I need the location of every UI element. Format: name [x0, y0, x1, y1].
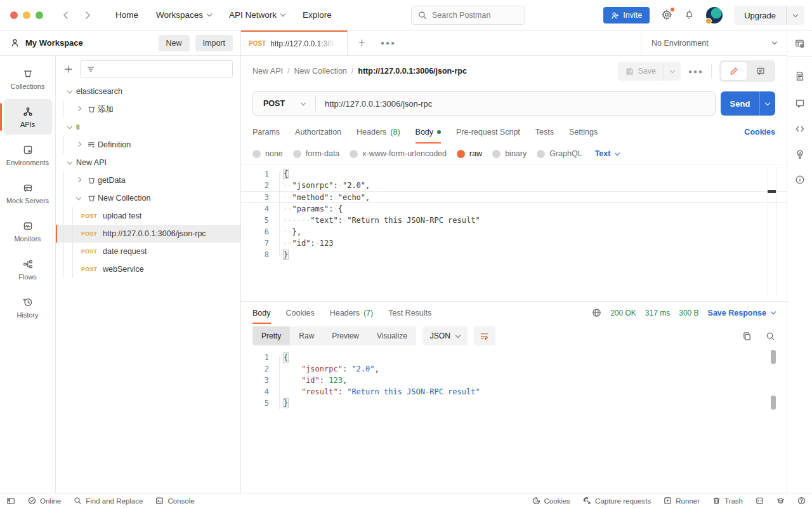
- chevron-right-icon[interactable]: [72, 109, 85, 110]
- view-tab-pretty[interactable]: Pretty: [252, 326, 290, 345]
- response-scrollbar-thumb[interactable]: [771, 350, 776, 364]
- tree-item[interactable]: New Collection: [56, 189, 240, 207]
- documentation-icon[interactable]: [787, 62, 812, 91]
- sidebar-item-mock-servers[interactable]: Mock Servers: [4, 175, 52, 211]
- back-icon[interactable]: [61, 10, 71, 20]
- response-tab-headers[interactable]: Headers (7): [330, 302, 374, 324]
- send-dropdown-button[interactable]: [760, 103, 775, 105]
- copy-icon[interactable]: [742, 331, 752, 341]
- tree-item[interactable]: New API: [56, 154, 240, 171]
- url-input[interactable]: [316, 99, 715, 109]
- split-pane-icon[interactable]: [756, 497, 764, 505]
- body-mode-raw[interactable]: raw: [457, 149, 482, 158]
- new-tab-plus-icon[interactable]: [348, 30, 376, 55]
- raw-language-select[interactable]: Text: [595, 149, 620, 158]
- request-more-icon[interactable]: ●●●: [688, 68, 704, 75]
- tab-options-more-icon[interactable]: ●●●: [376, 30, 401, 55]
- tab-params[interactable]: Params: [252, 121, 280, 144]
- view-tab-preview[interactable]: Preview: [323, 326, 368, 345]
- upgrade-button[interactable]: Upgrade: [734, 11, 786, 20]
- sidebar-item-history[interactable]: History: [4, 290, 52, 325]
- network-globe-icon[interactable]: [592, 308, 601, 318]
- sidebar-item-environments[interactable]: Environments: [4, 137, 52, 173]
- environment-selector[interactable]: No Environment: [641, 30, 787, 55]
- code-snippet-icon[interactable]: [787, 116, 812, 142]
- statusbar-console[interactable]: Console: [155, 497, 194, 505]
- sidebar-item-monitors[interactable]: Monitors: [4, 213, 52, 249]
- add-api-plus-icon[interactable]: [63, 64, 74, 74]
- response-size[interactable]: 300 B: [679, 309, 698, 318]
- tab-authorization[interactable]: Authorization: [295, 121, 341, 144]
- notifications-bell-icon[interactable]: [684, 9, 695, 22]
- invite-button[interactable]: Invite: [603, 7, 650, 23]
- tree-item[interactable]: 添加: [56, 100, 240, 118]
- save-button[interactable]: Save: [618, 67, 664, 76]
- body-mode-x-www-form-urlencoded[interactable]: x-www-form-urlencoded: [350, 149, 447, 158]
- wrap-lines-button[interactable]: [474, 326, 495, 345]
- search-response-icon[interactable]: [766, 331, 775, 341]
- zoom-button[interactable]: [36, 11, 43, 19]
- view-tab-visualize[interactable]: Visualize: [368, 326, 416, 345]
- statusbar-runner[interactable]: Runner: [664, 497, 700, 505]
- response-language-select[interactable]: JSON: [422, 326, 468, 345]
- tree-item[interactable]: ii: [56, 118, 240, 136]
- tab-headers[interactable]: Headers (8): [357, 121, 400, 144]
- settings-gear-icon[interactable]: [661, 9, 672, 22]
- minimize-button[interactable]: [23, 11, 30, 19]
- tree-item[interactable]: POSTdate request: [56, 243, 240, 260]
- response-tab-test-results[interactable]: Test Results: [388, 302, 431, 324]
- sidebar-item-apis[interactable]: APIs: [4, 99, 52, 135]
- tab-settings[interactable]: Settings: [569, 121, 598, 144]
- view-tab-raw[interactable]: Raw: [290, 326, 323, 345]
- body-mode-GraphQL[interactable]: GraphQL: [537, 149, 582, 158]
- tab-body[interactable]: Body: [416, 121, 442, 144]
- edit-mode-button[interactable]: [721, 62, 747, 80]
- tree-item[interactable]: POSTupload test: [56, 207, 240, 225]
- sidebar-item-collections[interactable]: Collections: [4, 61, 52, 97]
- forward-icon[interactable]: [82, 10, 93, 20]
- open-request-tab[interactable]: POST http://127.0.0.1:3006/json: [241, 30, 348, 55]
- chevron-right-icon[interactable]: [72, 180, 85, 182]
- cookies-link[interactable]: Cookies: [744, 128, 775, 137]
- chevron-down-icon[interactable]: [63, 91, 76, 93]
- breadcrumb-collection[interactable]: New Collection: [294, 67, 346, 76]
- comments-icon[interactable]: [787, 91, 812, 116]
- global-search-input[interactable]: Search Postman: [411, 6, 525, 25]
- help-icon[interactable]: [797, 497, 806, 505]
- comment-mode-button[interactable]: [748, 62, 773, 80]
- statusbar-trash[interactable]: Trash: [712, 497, 743, 505]
- body-mode-none[interactable]: none: [252, 149, 283, 158]
- lightbulb-icon[interactable]: [787, 142, 812, 167]
- import-button[interactable]: Import: [195, 35, 233, 51]
- environment-quick-look-icon[interactable]: [787, 30, 812, 56]
- close-button[interactable]: [10, 11, 18, 19]
- sidebar-toggle-icon[interactable]: [6, 497, 15, 505]
- request-body-editor[interactable]: 1 { 2 ··"jsonrpc":·"2.0", 3 ··"method":·…: [241, 164, 787, 301]
- filter-apis-input[interactable]: [100, 65, 226, 74]
- new-button[interactable]: New: [159, 35, 190, 51]
- chevron-down-icon[interactable]: [63, 126, 76, 128]
- statusbar-cookies[interactable]: Cookies: [532, 497, 571, 505]
- statusbar-online[interactable]: Online: [28, 497, 61, 505]
- body-mode-binary[interactable]: binary: [492, 149, 527, 158]
- response-tab-cookies[interactable]: Cookies: [286, 302, 315, 324]
- response-tab-body[interactable]: Body: [252, 302, 271, 324]
- tree-item[interactable]: getData: [56, 171, 240, 189]
- nav-home[interactable]: Home: [115, 10, 138, 20]
- response-scrollbar-thumb[interactable]: [771, 396, 776, 410]
- tab-pre-request-script[interactable]: Pre-request Script: [456, 121, 520, 144]
- chevron-down-icon[interactable]: [72, 197, 85, 199]
- chevron-down-icon[interactable]: [63, 162, 76, 164]
- editor-scrollbar[interactable]: [768, 167, 776, 296]
- training-icon[interactable]: [776, 497, 785, 505]
- status-code[interactable]: 200 OK: [610, 309, 636, 318]
- nav-workspaces[interactable]: Workspaces: [156, 10, 211, 20]
- statusbar-capture-requests[interactable]: Capture requests: [583, 497, 651, 505]
- save-response-button[interactable]: Save Response: [708, 309, 775, 318]
- statusbar-find-and-replace[interactable]: Find and Replace: [74, 497, 143, 505]
- breadcrumb-request-name[interactable]: http://127.0.0.1:3006/json-rpc: [358, 67, 467, 76]
- body-mode-form-data[interactable]: form-data: [293, 149, 340, 158]
- tree-item[interactable]: POSThttp://127.0.0.1:3006/json-rpc: [56, 225, 240, 243]
- tree-item[interactable]: Definition: [56, 136, 240, 154]
- tree-item[interactable]: elasticsearch: [56, 83, 240, 100]
